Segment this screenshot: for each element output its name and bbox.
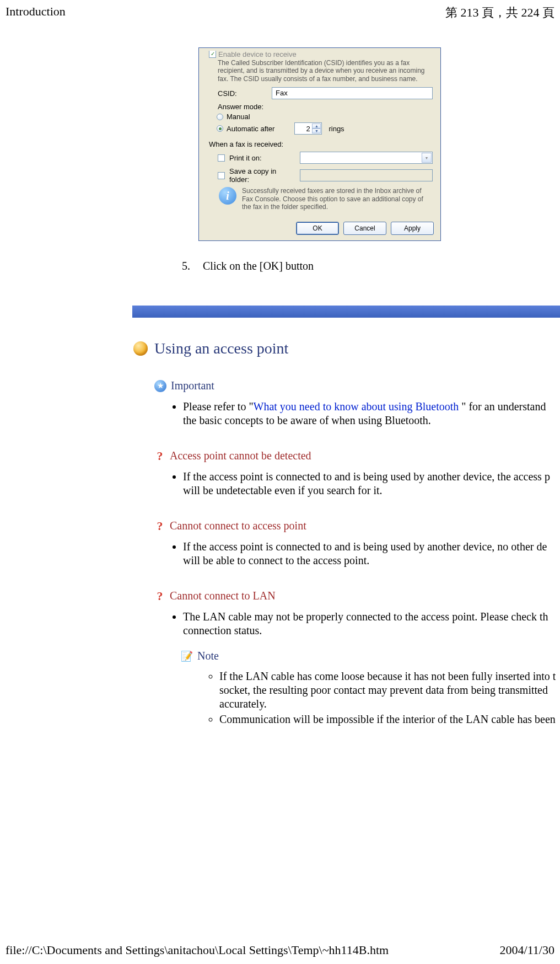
radio-manual-label: Manual [227, 113, 250, 121]
doc-title: Introduction [6, 4, 66, 21]
bluetooth-link[interactable]: What you need to know about using Blueto… [254, 400, 459, 413]
print-label: Print it on: [229, 154, 295, 162]
note-icon: 📝 [181, 650, 193, 662]
bullet-icon [133, 341, 148, 356]
qa-connect-ap: ? Cannot connect to access point If the … [154, 520, 560, 567]
radio-manual[interactable] [217, 114, 223, 120]
qa-bullet: If the access point is connected to and … [183, 470, 560, 497]
step-text: Click on the [OK] button [203, 260, 314, 272]
info-icon: i [219, 187, 236, 205]
enable-checkbox[interactable]: ✓ [209, 51, 216, 58]
important-bullet: Please refer to "What you need to know a… [183, 400, 560, 427]
qa-bullet: The LAN cable may not be properly connec… [183, 610, 560, 638]
step-5: 5. Click on the [OK] button [182, 260, 560, 272]
note-item: Communication will be impossible if the … [219, 713, 560, 729]
qa-heading: Cannot connect to access point [170, 520, 306, 532]
qa-bullet: If the access point is connected to and … [183, 540, 560, 567]
question-icon: ? [154, 590, 165, 602]
folder-input[interactable] [300, 169, 433, 181]
ok-button[interactable]: OK [296, 222, 339, 235]
fax-dialog: ✓ Enable device to receive The Called Su… [198, 47, 441, 241]
important-block: ★ Important Please refer to "What you ne… [154, 379, 560, 427]
page-footer: file://C:\Documents and Settings\anitach… [6, 943, 554, 957]
section-heading: Using an access point [133, 340, 560, 357]
radio-auto-label: Automatic after [227, 125, 274, 133]
info-text: Successfully received faxes are stored i… [242, 187, 433, 211]
radio-auto[interactable] [217, 125, 223, 132]
question-icon: ? [154, 450, 165, 462]
spinner-buttons[interactable]: ▲▼ [312, 124, 321, 133]
qa-connect-lan: ? Cannot connect to LAN The LAN cable ma… [154, 590, 560, 729]
received-label: When a fax is received: [209, 140, 433, 148]
enable-label: Enable device to receive [218, 50, 297, 58]
qa-detect: ? Access point cannot be detected If the… [154, 449, 560, 497]
question-icon: ? [154, 520, 165, 532]
note-label: Note [197, 650, 219, 662]
cancel-button[interactable]: Cancel [343, 222, 386, 235]
page-header: Introduction 第 213 頁，共 224 頁 [0, 0, 560, 25]
csid-label: CSID: [218, 89, 267, 98]
page-number: 第 213 頁，共 224 頁 [445, 4, 554, 21]
answer-mode-label: Answer mode: [218, 103, 433, 111]
qa-heading: Access point cannot be detected [170, 449, 311, 462]
step-number: 5. [182, 260, 193, 272]
save-checkbox[interactable] [218, 172, 225, 179]
section-title: Using an access point [154, 340, 288, 357]
file-path: file://C:\Documents and Settings\anitach… [6, 943, 389, 957]
apply-button[interactable]: Apply [391, 222, 434, 235]
rings-spinner[interactable]: 2 ▲▼ [294, 122, 322, 135]
important-label: Important [171, 379, 214, 392]
content: ✓ Enable device to receive The Called Su… [0, 25, 560, 729]
printer-select[interactable]: ▾ [300, 152, 433, 164]
print-checkbox[interactable] [218, 154, 225, 162]
save-label: Save a copy in folder: [229, 167, 295, 184]
note-item: If the LAN cable has come loose because … [219, 670, 560, 711]
print-date: 2004/11/30 [500, 943, 554, 957]
csid-explain: The Called Subscriber Identification (CS… [218, 59, 433, 83]
chevron-down-icon: ▾ [422, 153, 432, 163]
csid-input[interactable]: Fax [272, 87, 433, 99]
rings-suffix: rings [329, 125, 344, 133]
section-divider [132, 306, 560, 318]
qa-heading: Cannot connect to LAN [170, 590, 276, 602]
star-icon: ★ [154, 380, 166, 392]
